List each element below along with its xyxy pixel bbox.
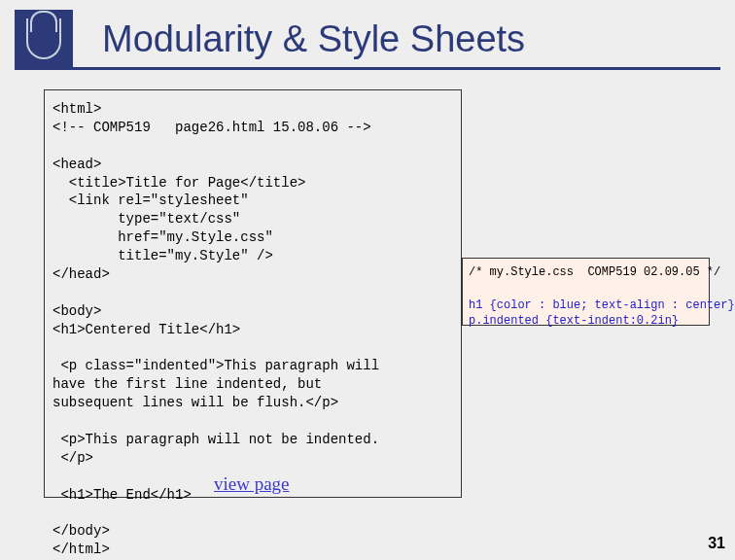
code-line: <p class="indented">This paragraph will [52, 358, 379, 373]
slide: Modularity & Style Sheets <html> <!-- CO… [0, 0, 735, 560]
code-line: </head> [52, 266, 110, 282]
logo-shield-icon [26, 18, 61, 59]
css-comment: /* my.Style.css COMP519 02.09.05 */ [469, 265, 720, 279]
code-line: type="text/css" [52, 211, 240, 227]
code-line: <!-- COMP519 page26.html 15.08.06 --> [52, 120, 371, 135]
code-line: </html> [52, 542, 110, 557]
code-line: <body> [52, 303, 101, 319]
code-line: have the first line indented, but [52, 376, 322, 392]
view-page-link[interactable]: view page [214, 473, 290, 495]
code-line: <h1>Centered Title</h1> [52, 322, 240, 337]
code-line: </body> [52, 523, 110, 539]
html-code-box: <html> <!-- COMP519 page26.html 15.08.06… [44, 89, 462, 498]
header-underline [15, 67, 720, 70]
logo [15, 10, 73, 68]
content-area: <html> <!-- COMP519 page26.html 15.08.06… [0, 78, 735, 117]
code-line: <html> [52, 101, 101, 117]
code-line: <head> [52, 157, 101, 172]
code-line: <p>This paragraph will not be indented. [52, 432, 379, 447]
code-line: subsequent lines will be flush.</p> [52, 395, 338, 410]
page-number: 31 [708, 535, 725, 552]
code-line: <link rel="stylesheet" [52, 192, 249, 208]
code-line: <h1>The End</h1> [52, 487, 192, 503]
code-line: title="my.Style" /> [52, 248, 273, 263]
slide-title: Modularity & Style Sheets [102, 18, 525, 60]
css-code-box: /* my.Style.css COMP519 02.09.05 */ h1 {… [462, 258, 710, 326]
css-rule: p.indented {text-indent:0.2in} [469, 314, 679, 328]
code-line: </p> [52, 450, 93, 466]
code-line: href="my.Style.css" [52, 229, 273, 245]
code-line: <title>Title for Page</title> [52, 175, 305, 191]
css-rule: h1 {color : blue; text-align : center} [469, 298, 735, 312]
header: Modularity & Style Sheets [0, 0, 735, 78]
